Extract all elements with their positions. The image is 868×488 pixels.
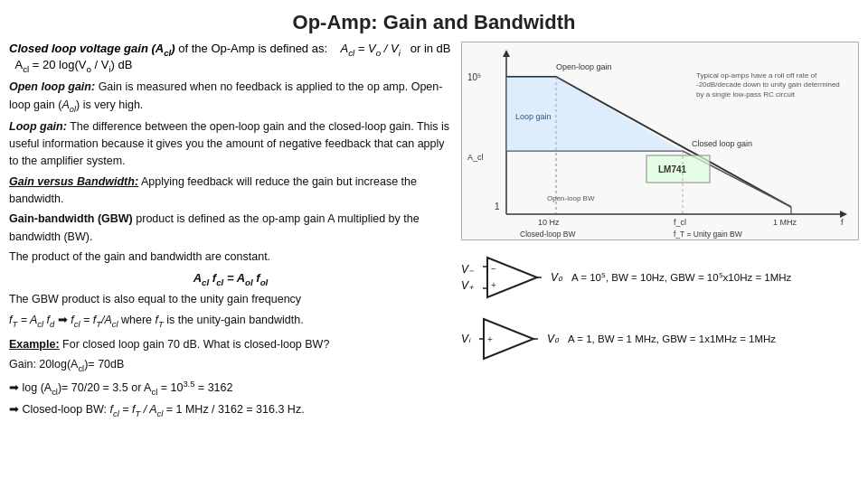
opamp1-row: V₋ V₊ − + V₀ A = 10⁵, BW = 1 <box>461 254 859 301</box>
formula-text: Closed loop voltage gain (Acl) of the Op… <box>9 42 452 73</box>
svg-text:−: − <box>491 264 496 274</box>
page-title: Op-Amp: Gain and Bandwidth <box>0 0 868 42</box>
svg-text:1 MHz: 1 MHz <box>773 218 797 227</box>
svg-text:Loop gain: Loop gain <box>515 112 552 121</box>
svg-text:f: f <box>841 218 844 227</box>
right-panel: 10⁵ 1 10 Hz f_cl 1 MHz f Closed-loop BW … <box>461 42 859 423</box>
para-gbw-formula: fT = Acl fd ➡ fcl = fT/Acl where fT is t… <box>9 312 452 331</box>
opamp1-inputs: V₋ V₊ <box>461 263 474 292</box>
svg-marker-3 <box>840 211 847 218</box>
svg-marker-2 <box>503 50 510 57</box>
opamp1-symbol: − + <box>483 254 542 301</box>
svg-text:f_T = Unity gain BW: f_T = Unity gain BW <box>674 230 742 239</box>
graph-container: 10⁵ 1 10 Hz f_cl 1 MHz f Closed-loop BW … <box>461 42 859 240</box>
opamp2-inputs: Vᵢ <box>461 333 470 345</box>
para-open-loop: Open loop gain: Gain is measured when no… <box>9 79 452 115</box>
opamp2-single: Vᵢ <box>461 333 470 345</box>
svg-text:10⁵: 10⁵ <box>467 72 481 82</box>
graph-svg: 10⁵ 1 10 Hz f_cl 1 MHz f Closed-loop BW … <box>462 42 858 240</box>
svg-text:Closed-loop BW: Closed-loop BW <box>520 230 575 239</box>
para-example: Example: For closed loop gain 70 dB. Wha… <box>9 336 452 353</box>
para-loop-gain: Loop gain: The difference between the op… <box>9 118 452 171</box>
center-formula: Acl fcl = Aol fol <box>9 269 452 289</box>
svg-text:+: + <box>491 280 496 290</box>
opamp1-output: V₀ <box>551 271 562 284</box>
left-panel: Closed loop voltage gain (Acl) of the Op… <box>9 42 452 423</box>
para-product-const: The product of the gain and bandwidth ar… <box>9 249 452 266</box>
svg-text:Open-loop gain: Open-loop gain <box>556 62 612 71</box>
para-log-calc: ➡ log (Acl)= 70/20 = 3.5 or Acl = 103.5 … <box>9 378 452 399</box>
formula-header: Closed loop voltage gain (Acl) of the Op… <box>9 42 452 73</box>
opamp1-neg: V₋ <box>461 263 474 276</box>
para-gain-calc: Gain: 20log(Acl)= 70dB <box>9 356 452 375</box>
svg-text:Open-loop BW: Open-loop BW <box>547 194 595 202</box>
svg-text:+: + <box>487 334 493 344</box>
para-gain-bw: Gain versus Bandwidth: Applying feedback… <box>9 174 452 209</box>
main-content: Closed loop voltage gain (Acl) of the Op… <box>0 42 868 423</box>
opamp2-output: V₀ <box>547 333 559 345</box>
opamp1-desc: A = 10⁵, BW = 10Hz, GBW = 10⁵x10Hz = 1MH… <box>571 271 859 284</box>
svg-text:A_cl: A_cl <box>467 153 484 162</box>
svg-text:1: 1 <box>495 202 500 211</box>
para-gbw-unity: The GBW product is also equal to the uni… <box>9 291 452 308</box>
para-gbw: Gain-bandwidth (GBW) product is defined … <box>9 211 452 246</box>
opamp2-desc: A = 1, BW = 1 MHz, GBW = 1x1MHz = 1MHz <box>568 333 859 344</box>
text-block: Open loop gain: Gain is measured when no… <box>9 79 452 420</box>
opamp1-pos: V₊ <box>461 279 474 292</box>
opamp2-symbol: + <box>479 315 538 362</box>
opamp-section: V₋ V₊ − + V₀ A = 10⁵, BW = 1 <box>461 249 859 362</box>
svg-text:f_cl: f_cl <box>674 218 686 227</box>
opamp2-row: Vᵢ + V₀ A = 1, BW = 1 MHz, GBW = 1x1MHz … <box>461 315 859 362</box>
para-bw-calc: ➡ Closed-loop BW: fcl = fT / Acl = 1 MHz… <box>9 401 452 420</box>
svg-text:10 Hz: 10 Hz <box>538 218 560 227</box>
